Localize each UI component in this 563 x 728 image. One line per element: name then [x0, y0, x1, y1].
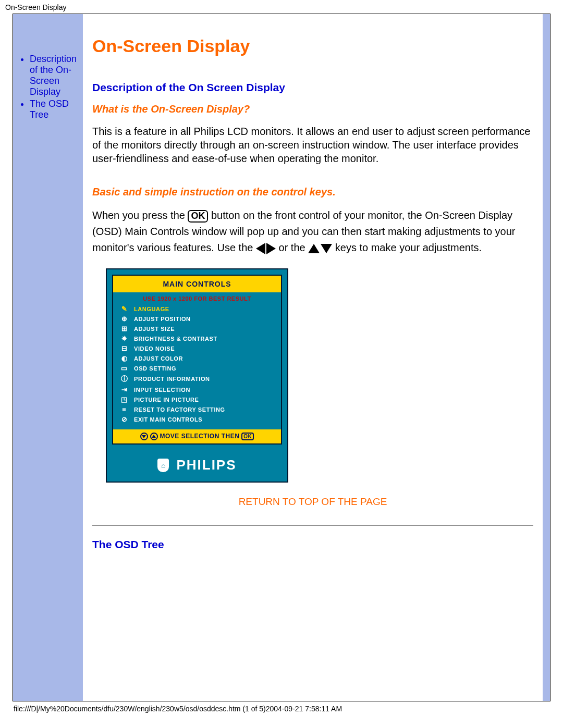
osd-item-icon: ⊘: [118, 415, 130, 423]
osd-screenshot: MAIN CONTROLS USE 1920 x 1200 FOR BEST R…: [106, 268, 288, 483]
subheading-basic-instruction: Basic and simple instruction on the cont…: [92, 186, 533, 198]
osd-menu-item: ⊘EXIT MAIN CONTROLS: [118, 414, 276, 424]
footer-path: file:///D|/My%20Documents/dfu/230W/engli…: [0, 701, 563, 718]
arrow-right-icon: [266, 243, 276, 254]
philips-shield-icon: ⌂: [157, 459, 169, 472]
osd-menu-item: ▭OSD SETTING: [118, 363, 276, 373]
sidebar-link-description[interactable]: Description of the On-Screen Display: [30, 54, 77, 97]
sidebar-item-osd-tree[interactable]: The OSD Tree: [30, 98, 83, 120]
osd-item-icon: ⊟: [118, 344, 130, 352]
circle-up-icon: [150, 433, 158, 440]
text-segment: When you press the: [92, 209, 188, 221]
osd-item-icon: ◐: [118, 354, 130, 362]
osd-menu-item: ◐ADJUST COLOR: [118, 353, 276, 363]
arrow-down-icon: [321, 244, 332, 253]
divider: [92, 525, 533, 526]
osd-item-label: ADJUST POSITION: [134, 316, 191, 322]
osd-menu-list: ✎LANGUAGE⊕ADJUST POSITION⊞ADJUST SIZE✷BR…: [113, 304, 281, 429]
osd-warning: USE 1920 x 1200 FOR BEST RESULT: [113, 292, 281, 304]
osd-item-icon: ⊕: [118, 315, 130, 323]
scrollbar[interactable]: [543, 14, 550, 701]
osd-item-label: BRIGHTNESS & CONTRAST: [134, 336, 217, 342]
osd-item-label: EXIT MAIN CONTROLS: [134, 416, 202, 423]
osd-brand-row: ⌂ PHILIPS: [107, 450, 287, 482]
osd-item-icon: ▭: [118, 364, 130, 372]
text-segment: or the: [279, 242, 309, 253]
main-content: On-Screen Display Description of the On …: [83, 14, 543, 701]
subheading-what-is-osd: What is the On-Screen Display?: [92, 103, 533, 115]
ok-icon: OK: [188, 210, 208, 223]
osd-item-icon: ⓘ: [118, 374, 130, 384]
sidebar-item-description[interactable]: Description of the On-Screen Display: [30, 54, 83, 97]
osd-menu-item: ✷BRIGHTNESS & CONTRAST: [118, 334, 276, 343]
circle-down-icon: [140, 433, 148, 440]
return-to-top[interactable]: RETURN TO TOP OF THE PAGE: [92, 496, 533, 508]
text-segment: keys to make your adjustments.: [335, 242, 482, 253]
osd-menu-item: ◳PICTURE IN PICTURE: [118, 394, 276, 404]
osd-menu-item: ✎LANGUAGE: [118, 304, 276, 314]
osd-item-icon: ✷: [118, 335, 130, 342]
paragraph-control-keys: When you press the OK button on the fron…: [92, 207, 533, 256]
osd-menu-item: ≡RESET TO FACTORY SETTING: [118, 404, 276, 414]
osd-item-label: LANGUAGE: [134, 306, 169, 312]
return-to-top-link[interactable]: RETURN TO TOP OF THE PAGE: [239, 496, 387, 507]
osd-footer: MOVE SELECTION THEN OK: [113, 429, 281, 443]
osd-item-icon: ◳: [118, 396, 130, 403]
osd-item-label: INPUT SELECTION: [134, 387, 190, 393]
osd-header: MAIN CONTROLS: [113, 276, 281, 292]
osd-item-icon: ≡: [118, 405, 130, 413]
osd-item-label: PICTURE IN PICTURE: [134, 397, 199, 403]
section-osd-tree-heading: The OSD Tree: [92, 538, 533, 551]
ok-small-icon: OK: [241, 433, 254, 440]
osd-menu-item: ⇥INPUT SELECTION: [118, 385, 276, 394]
osd-menu-item: ⊞ADJUST SIZE: [118, 324, 276, 334]
page-frame: Description of the On-Screen Display The…: [13, 14, 550, 701]
arrow-up-icon: [308, 244, 320, 253]
page-header: On-Screen Display: [0, 0, 563, 14]
sidebar: Description of the On-Screen Display The…: [13, 14, 83, 121]
page-title: On-Screen Display: [92, 36, 533, 56]
osd-item-icon: ✎: [118, 305, 130, 313]
philips-logo-text: PHILIPS: [176, 457, 236, 473]
osd-item-icon: ⊞: [118, 325, 130, 332]
osd-menu-item: ⓘPRODUCT INFORMATION: [118, 373, 276, 385]
osd-item-label: PRODUCT INFORMATION: [134, 376, 210, 382]
paragraph-what-is-osd: This is a feature in all Philips LCD mon…: [92, 125, 533, 165]
section-description-heading: Description of the On Screen Display: [92, 81, 533, 94]
osd-item-label: VIDEO NOISE: [134, 346, 175, 352]
sidebar-link-osd-tree[interactable]: The OSD Tree: [30, 98, 69, 120]
osd-item-label: ADJUST SIZE: [134, 326, 175, 332]
osd-item-icon: ⇥: [118, 386, 130, 393]
osd-menu-item: ⊟VIDEO NOISE: [118, 343, 276, 353]
osd-item-label: RESET TO FACTORY SETTING: [134, 406, 225, 413]
osd-item-label: ADJUST COLOR: [134, 355, 183, 362]
osd-item-label: OSD SETTING: [134, 365, 176, 372]
osd-footer-text: MOVE SELECTION THEN: [160, 433, 240, 440]
arrow-left-icon: [256, 243, 265, 254]
osd-menu-item: ⊕ADJUST POSITION: [118, 314, 276, 324]
